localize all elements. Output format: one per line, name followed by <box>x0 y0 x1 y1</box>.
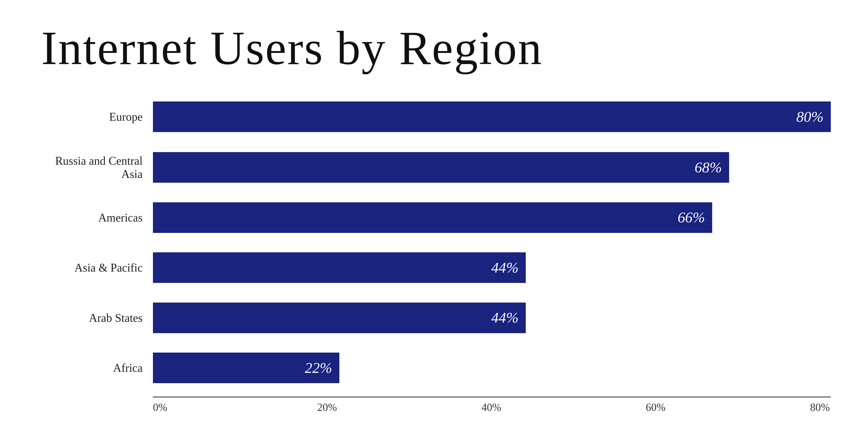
bar-fill: 66% <box>153 202 712 233</box>
bar-track: 44% <box>153 303 831 333</box>
svg-text:Internet Users  by  Region: Internet Users by Region <box>41 22 543 74</box>
chart-title-container: Internet Users by Region <box>25 17 843 75</box>
x-tick-0: 0% <box>153 401 317 413</box>
bar-row: Europe80% <box>41 99 831 134</box>
chart-title-svg: Internet Users by Region <box>41 17 847 74</box>
bar-fill: 22% <box>153 352 339 383</box>
x-axis: 0% 20% 40% 60% 80% <box>153 397 831 413</box>
bar-fill: 80% <box>153 101 831 132</box>
bar-row: Asia & Pacific44% <box>41 250 831 285</box>
bar-value-label: 44% <box>491 309 526 326</box>
bar-row: Arab States44% <box>41 300 831 335</box>
bar-value-label: 44% <box>491 259 526 276</box>
bar-value-label: 80% <box>796 108 831 125</box>
bar-label: Arab States <box>41 311 153 324</box>
bar-row: Americas66% <box>41 199 831 235</box>
bar-track: 80% <box>153 101 831 132</box>
bar-label: Asia & Pacific <box>41 261 153 274</box>
bar-value-label: 66% <box>678 209 712 226</box>
x-tick-4: 80% <box>810 401 831 413</box>
bar-track: 66% <box>153 202 831 233</box>
bar-label: Africa <box>41 361 153 374</box>
bar-fill: 44% <box>153 252 526 283</box>
bar-row: Africa22% <box>41 350 831 385</box>
bar-value-label: 68% <box>694 159 729 176</box>
bar-label: Americas <box>41 211 153 224</box>
chart-area: Europe80%Russia and Central Asia68%Ameri… <box>25 92 843 413</box>
bar-track: 44% <box>153 252 831 283</box>
bar-track: 22% <box>153 352 831 383</box>
x-tick-1: 20% <box>317 401 482 413</box>
bars-group: Europe80%Russia and Central Asia68%Ameri… <box>41 92 831 393</box>
bar-fill: 44% <box>153 303 526 333</box>
bar-fill: 68% <box>153 152 729 183</box>
bar-value-label: 22% <box>305 360 339 376</box>
bar-track: 68% <box>153 152 831 183</box>
bar-label: Russia and Central Asia <box>41 154 153 181</box>
x-tick-3: 60% <box>646 401 810 413</box>
x-tick-2: 40% <box>482 401 646 413</box>
bar-label: Europe <box>41 110 153 123</box>
bar-row: Russia and Central Asia68% <box>41 149 831 185</box>
